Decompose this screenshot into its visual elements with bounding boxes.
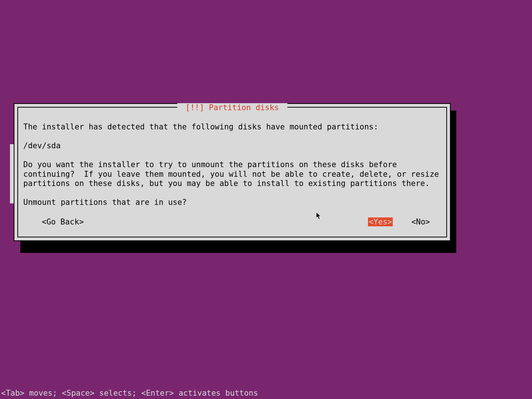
dialog-content: The installer has detected that the foll… <box>23 122 441 207</box>
dialog-intro-text: The installer has detected that the foll… <box>23 122 441 132</box>
yes-button[interactable]: <Yes> <box>368 217 393 226</box>
dialog-prompt-text: Unmount partitions that are in use? <box>23 198 441 207</box>
dialog-buttons-row: <Go Back> <Yes> <No> <box>23 217 441 226</box>
right-button-group: <Yes> <No> <box>368 217 441 226</box>
partition-dialog: [!!] Partition disks The installer has d… <box>14 103 451 241</box>
go-back-button[interactable]: <Go Back> <box>23 217 84 226</box>
status-bar: <Tab> moves; <Space> selects; <Enter> ac… <box>1 389 258 398</box>
dialog-question-text: Do you want the installer to try to unmo… <box>23 160 441 189</box>
dialog-title: [!!] Partition disks <box>177 103 287 112</box>
dialog-device-text: /dev/sda <box>23 141 441 151</box>
no-button[interactable]: <No> <box>411 217 430 226</box>
